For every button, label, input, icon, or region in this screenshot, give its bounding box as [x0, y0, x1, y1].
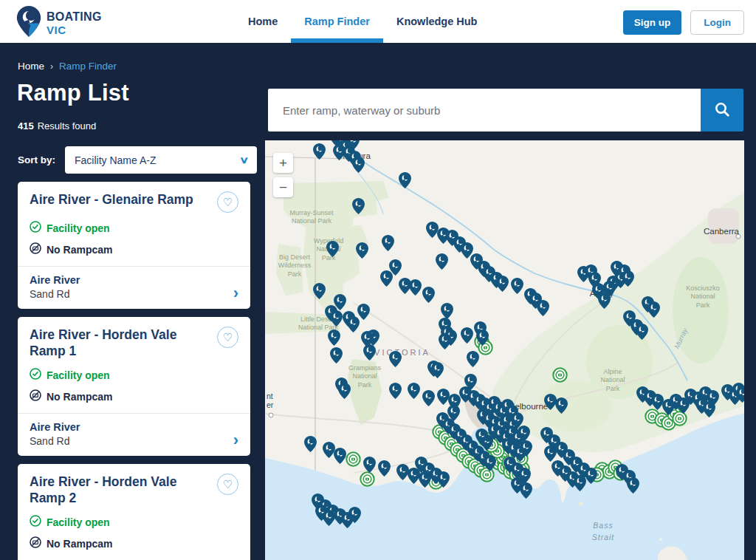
- breadcrumb-current[interactable]: Ramp Finder: [59, 61, 117, 72]
- results-count-line: 415Results found: [18, 120, 96, 132]
- brand-logo[interactable]: BOATING VIC: [16, 6, 102, 40]
- brand-name-top: BOATING: [47, 11, 102, 23]
- check-circle-icon: [30, 368, 41, 383]
- map-pin[interactable]: [330, 347, 343, 363]
- map-pin[interactable]: [380, 270, 393, 287]
- heart-icon: ♡: [223, 479, 233, 490]
- chevron-right-icon[interactable]: ›: [233, 434, 238, 447]
- nav-home[interactable]: Home: [235, 0, 291, 43]
- favourite-button[interactable]: ♡: [217, 327, 238, 348]
- map-pin[interactable]: [409, 279, 422, 296]
- road-name: Sand Rd: [30, 288, 80, 300]
- signup-button[interactable]: Sign up: [623, 10, 682, 35]
- map-pin[interactable]: [334, 448, 346, 464]
- map-pin[interactable]: [399, 172, 411, 188]
- map-pin[interactable]: [647, 301, 660, 318]
- nav-knowledge-hub[interactable]: Knowledge Hub: [383, 0, 491, 43]
- search-button[interactable]: [701, 89, 743, 132]
- map-pin[interactable]: [585, 468, 597, 484]
- brand-wordmark: BOATING VIC: [47, 11, 102, 35]
- map-pin[interactable]: [555, 397, 568, 414]
- map-pin[interactable]: [622, 270, 634, 287]
- facility-status: Facility open: [47, 369, 110, 381]
- map-pin[interactable]: [328, 329, 340, 346]
- map-pin[interactable]: [338, 383, 351, 399]
- sort-dropdown[interactable]: Facility Name A-Z ∨: [65, 146, 257, 174]
- map-pin[interactable]: [520, 482, 532, 499]
- map-pin[interactable]: [677, 397, 690, 414]
- ramp-map[interactable]: + − MilduraMurray-Sunset National ParkWy…: [265, 140, 744, 560]
- map-pin[interactable]: [304, 436, 317, 452]
- map-pin[interactable]: [422, 390, 435, 406]
- map-pin[interactable]: [437, 471, 450, 488]
- heart-icon: ♡: [223, 332, 233, 343]
- rampcam-marker[interactable]: [552, 367, 568, 383]
- map-pin[interactable]: [352, 157, 365, 173]
- map-pin[interactable]: [467, 351, 479, 367]
- map-pin[interactable]: [518, 426, 530, 442]
- map-pin[interactable]: [627, 477, 639, 494]
- map-pin[interactable]: [544, 445, 557, 462]
- map-pin[interactable]: [598, 293, 611, 309]
- map-pin[interactable]: [313, 143, 326, 160]
- city-dot: [269, 413, 274, 418]
- map-pin[interactable]: [511, 278, 523, 294]
- rampcam-marker[interactable]: [346, 451, 361, 467]
- map-pin[interactable]: [357, 304, 370, 320]
- favourite-button[interactable]: ♡: [217, 191, 238, 213]
- map-pin[interactable]: [441, 303, 453, 319]
- rampcam-marker[interactable]: [360, 471, 375, 487]
- ramp-card[interactable]: Aire River - Horden Vale Ramp 1 ♡ Facili…: [18, 317, 250, 456]
- brand-name-bottom: VIC: [47, 24, 102, 35]
- map-pin[interactable]: [537, 300, 549, 316]
- map-pin[interactable]: [431, 362, 444, 378]
- map-pin[interactable]: [520, 440, 532, 457]
- map-pin[interactable]: [382, 235, 394, 251]
- map-pin[interactable]: [736, 386, 745, 403]
- map-pin[interactable]: [461, 327, 473, 344]
- search-bar: [268, 89, 743, 132]
- map-pin[interactable]: [447, 405, 460, 421]
- login-button[interactable]: Login: [690, 10, 744, 35]
- zoom-in-button[interactable]: +: [273, 153, 293, 173]
- favourite-button[interactable]: ♡: [217, 474, 238, 495]
- map-pin[interactable]: [389, 351, 402, 367]
- map-pin[interactable]: [326, 241, 339, 257]
- breadcrumb-home[interactable]: Home: [18, 61, 44, 72]
- map-pin[interactable]: [330, 310, 343, 327]
- chevron-right-icon[interactable]: ›: [233, 287, 238, 300]
- map-pin[interactable]: [484, 455, 496, 471]
- map-pin[interactable]: [361, 331, 374, 347]
- map-pin[interactable]: [389, 383, 402, 399]
- ramp-card[interactable]: Aire River - Horden Vale Ramp 2 ♡ Facili…: [18, 464, 250, 560]
- map-pin[interactable]: [636, 324, 648, 340]
- map-pin[interactable]: [588, 272, 601, 288]
- breadcrumb: Home › Ramp Finder: [18, 61, 117, 72]
- map-pin[interactable]: [408, 383, 420, 399]
- map-pin[interactable]: [574, 475, 586, 491]
- ramp-card[interactable]: Aire River - Glenaire Ramp ♡ Facility op…: [18, 182, 250, 309]
- map-pin[interactable]: [363, 457, 376, 473]
- map-pin[interactable]: [313, 283, 326, 299]
- map-pin[interactable]: [356, 242, 368, 259]
- sort-label: Sort by:: [18, 154, 55, 165]
- map-pin[interactable]: [422, 287, 435, 303]
- waterway-name: Aire River: [30, 421, 80, 433]
- map-pin[interactable]: [436, 253, 448, 270]
- map-pin[interactable]: [348, 507, 361, 523]
- chevron-down-icon: ∨: [239, 154, 249, 165]
- map-pin[interactable]: [476, 329, 489, 346]
- rampcam-status: No Rampcam: [47, 538, 112, 550]
- map-pin[interactable]: [496, 276, 509, 292]
- results-count: 415: [18, 120, 34, 132]
- map-pin[interactable]: [662, 399, 675, 415]
- nav-ramp-finder[interactable]: Ramp Finder: [291, 0, 383, 43]
- rampcam-status: No Rampcam: [47, 244, 112, 256]
- map-pin[interactable]: [352, 198, 365, 214]
- map-pin[interactable]: [703, 401, 715, 417]
- zoom-out-button[interactable]: −: [273, 177, 293, 197]
- ramp-card-list: Aire River - Glenaire Ramp ♡ Facility op…: [18, 182, 250, 560]
- map-pin[interactable]: [439, 333, 451, 349]
- search-input[interactable]: [268, 89, 701, 132]
- map-pin[interactable]: [378, 460, 391, 477]
